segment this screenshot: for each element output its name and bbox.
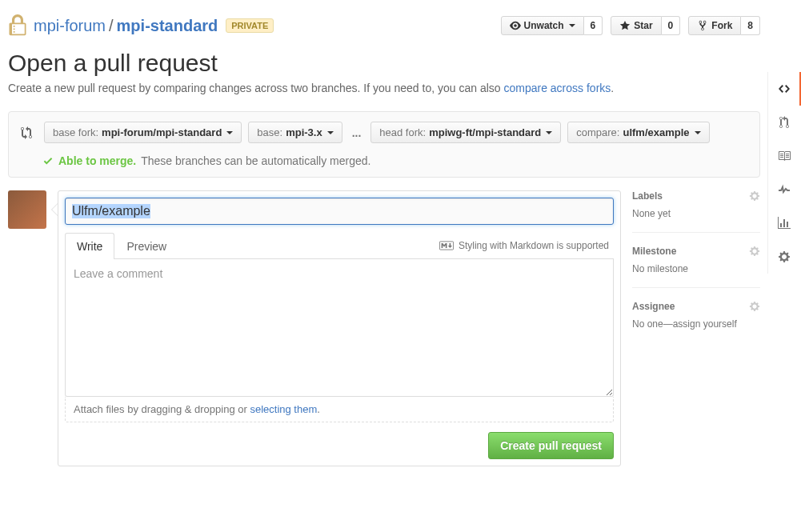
milestone-value: No milestone	[632, 263, 760, 274]
rail-pull-requests[interactable]	[768, 106, 801, 139]
head-fork-selector[interactable]: head fork: mpiwg-ft/mpi-standard	[370, 122, 561, 143]
comment-arrow	[51, 203, 58, 216]
gear-icon[interactable]	[749, 190, 760, 202]
caret-down-icon	[695, 131, 701, 134]
caret-down-icon	[546, 131, 552, 134]
labels-heading: Labels	[632, 190, 663, 202]
labels-value: None yet	[632, 208, 760, 219]
repo-name-link[interactable]: mpi-standard	[117, 17, 218, 35]
repo-actions: Unwatch 6 Star 0 Fork	[501, 16, 760, 35]
star-count[interactable]: 0	[662, 16, 681, 35]
milestone-heading: Milestone	[632, 246, 676, 257]
tab-write[interactable]: Write	[65, 233, 114, 259]
page-subheading: Create a new pull request by comparing c…	[8, 80, 760, 97]
base-branch-selector[interactable]: base: mpi-3.x	[248, 122, 342, 143]
pr-form: Write Preview Styling with Markdown is s…	[58, 190, 621, 466]
merge-description: These branches can be automatically merg…	[141, 154, 370, 167]
rail-pulse[interactable]	[768, 173, 801, 206]
page-title: Open a pull request	[8, 50, 760, 77]
private-badge: PRIVATE	[226, 18, 274, 33]
assignee-section: Assignee No one—assign yourself	[632, 301, 760, 342]
repo-owner-link[interactable]: mpi-forum	[34, 17, 106, 35]
rail-wiki[interactable]	[768, 139, 801, 173]
assignee-heading: Assignee	[632, 301, 675, 312]
gear-icon[interactable]	[749, 246, 760, 257]
assignee-value[interactable]: No one—assign yourself	[632, 318, 760, 330]
check-icon	[42, 155, 54, 166]
gear-icon[interactable]	[749, 301, 760, 312]
create-pr-button[interactable]: Create pull request	[488, 432, 614, 459]
range-editor: base fork: mpi-forum/mpi-standard base: …	[8, 111, 760, 178]
markdown-hint: Styling with Markdown is supported	[439, 240, 614, 251]
tab-preview[interactable]: Preview	[114, 233, 178, 259]
avatar	[8, 190, 46, 229]
gear-icon	[778, 250, 791, 263]
unwatch-button[interactable]: Unwatch	[501, 16, 584, 35]
rail-settings[interactable]	[768, 240, 801, 274]
lock-icon	[8, 14, 27, 37]
select-files-link[interactable]: selecting them	[250, 403, 317, 415]
watch-count[interactable]: 6	[584, 16, 603, 35]
markdown-icon	[439, 241, 454, 250]
labels-section: Labels None yet	[632, 190, 760, 233]
eye-icon	[510, 20, 521, 31]
pr-title-input[interactable]	[65, 198, 614, 225]
repo-header: mpi-forum / mpi-standard PRIVATE Unwatch…	[8, 8, 760, 50]
star-button[interactable]: Star	[611, 16, 661, 35]
caret-down-icon	[226, 131, 233, 134]
comment-textarea[interactable]	[65, 259, 614, 397]
merge-status-text: Able to merge.	[58, 154, 136, 167]
git-compare-icon	[20, 126, 33, 139]
base-fork-selector[interactable]: base fork: mpi-forum/mpi-standard	[44, 122, 242, 143]
merge-status: Able to merge. These branches can be aut…	[20, 154, 748, 167]
fork-icon	[697, 20, 708, 31]
right-rail	[767, 72, 801, 274]
graph-icon	[778, 217, 791, 230]
repo-separator: /	[109, 17, 114, 35]
range-dots: ...	[349, 126, 365, 139]
compare-branch-selector[interactable]: compare: ulfm/example	[567, 122, 709, 143]
fork-count[interactable]: 8	[741, 16, 760, 35]
caret-down-icon	[569, 24, 575, 27]
star-icon	[619, 20, 631, 31]
pulse-icon	[778, 183, 791, 196]
milestone-section: Milestone No milestone	[632, 246, 760, 288]
rail-code[interactable]	[768, 72, 801, 106]
book-icon	[778, 150, 791, 162]
compare-forks-link[interactable]: compare across forks	[503, 82, 611, 94]
attach-hint: Attach files by dragging & dropping or s…	[65, 397, 614, 422]
pull-request-icon	[778, 116, 791, 129]
caret-down-icon	[327, 131, 334, 134]
fork-button[interactable]: Fork	[688, 16, 741, 35]
code-icon	[778, 82, 791, 95]
rail-graphs[interactable]	[768, 206, 801, 240]
repo-name: mpi-forum / mpi-standard PRIVATE	[8, 14, 274, 37]
